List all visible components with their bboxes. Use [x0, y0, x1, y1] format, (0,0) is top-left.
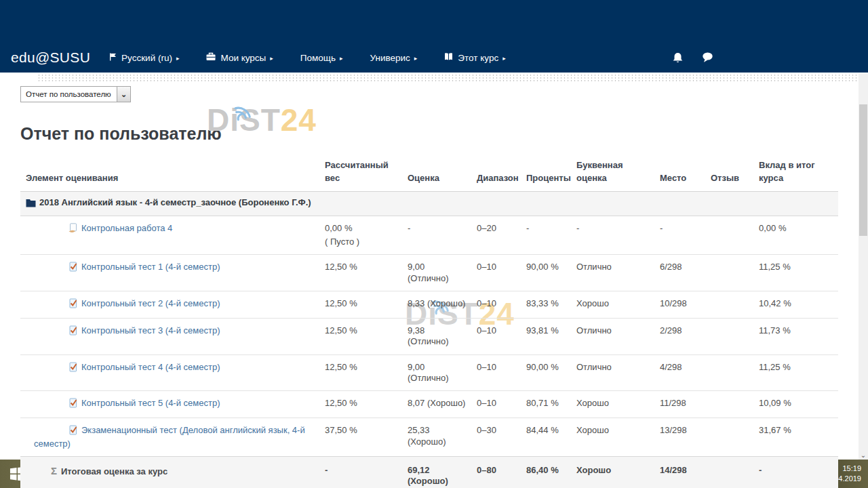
nav-item-help[interactable]: Помощь ▸ [300, 53, 343, 63]
table-row: Экзаменационный тест (Деловой английский… [20, 418, 838, 457]
sigma-icon: Σ [51, 465, 57, 478]
quiz-icon [51, 362, 78, 375]
grade-value: 8,33 (Хорошо) [402, 291, 471, 318]
table-row: Контрольный тест 4 (4-й семестр) 12,50 %… [20, 354, 838, 391]
contribution-value: 11,25 % [753, 255, 838, 291]
range-value: 0–10 [471, 319, 521, 355]
course-total-label: Итоговая оценка за курс [61, 466, 167, 476]
assignment-icon [51, 223, 78, 236]
vertical-scrollbar[interactable]: ⌄ [859, 73, 868, 460]
nav-item-univeris[interactable]: Универис ▸ [370, 53, 418, 63]
notifications-bell-icon[interactable] [673, 52, 683, 64]
grade-item-link[interactable]: Контрольный тест 4 (4-й семестр) [81, 362, 220, 372]
wifi-signal-icon [233, 93, 257, 129]
quiz-icon [51, 425, 78, 438]
grade-value: - [402, 216, 471, 255]
rank-value: 4/298 [654, 354, 705, 391]
letter-value: Хорошо [571, 456, 654, 488]
weight-note: ( Пусто ) [325, 237, 397, 247]
percent-value: - [521, 216, 571, 255]
grade-value: 69,12 (Хорошо) [402, 456, 471, 488]
grade-item-link[interactable]: Контрольный тест 5 (4-й семестр) [81, 398, 220, 408]
col-header-rank: Место [654, 152, 705, 191]
caret-right-icon: ▸ [270, 55, 273, 62]
col-header-weight: Рассчитанный вес [319, 152, 402, 191]
nav-item-language[interactable]: Русский (ru) ▸ [109, 53, 179, 63]
percent-value: 90,00 % [521, 354, 571, 391]
col-header-grade: Оценка [402, 152, 471, 191]
contribution-value: 10,42 % [753, 291, 838, 318]
dist24-watermark: DiST24 [207, 102, 317, 138]
watermark-text-orange: 24 [281, 102, 317, 138]
feedback-value [705, 291, 753, 318]
course-total-row: ΣИтоговая оценка за курс - 69,12 (Хорошо… [20, 456, 838, 488]
feedback-value [705, 391, 753, 418]
col-header-percentage: Проценты [521, 152, 571, 191]
feedback-value [705, 255, 753, 291]
grade-item-link[interactable]: Контрольный тест 1 (4-й семестр) [81, 262, 220, 272]
letter-value: Отлично [571, 354, 654, 391]
caret-right-icon: ▸ [502, 55, 506, 62]
letter-value: Хорошо [571, 291, 654, 318]
range-value: 0–20 [471, 216, 521, 255]
folder-icon [26, 199, 36, 210]
range-value: 0–80 [471, 456, 521, 488]
feedback-value [705, 216, 753, 255]
report-type-select-value: Отчет по пользователю [21, 87, 117, 102]
grade-value: 9,00 (Отлично) [402, 255, 471, 291]
col-header-feedback: Отзыв [705, 152, 753, 191]
range-value: 0–10 [471, 391, 521, 418]
quiz-icon [51, 398, 78, 411]
category-row: 2018 Английский язык - 4-й семестр_заочн… [20, 191, 838, 216]
col-header-letter: Буквенная оценка [571, 152, 654, 191]
scrollbar-thumb[interactable] [859, 104, 867, 236]
weight-value: 0,00 % [325, 223, 397, 234]
quiz-icon [51, 262, 78, 274]
range-value: 0–30 [471, 418, 521, 457]
table-row: Контрольный тест 5 (4-й семестр) 12,50 %… [20, 391, 838, 418]
grade-value: 25,33 (Хорошо) [402, 418, 471, 457]
col-header-grade-item: Элемент оценивания [20, 152, 319, 191]
rank-value: - [654, 216, 705, 255]
screen: edu@SUSU Русский (ru) ▸ Мои курсы ▸ Помо… [0, 0, 868, 488]
table-row: Контрольный тест 1 (4-й семестр) 12,50 %… [20, 255, 838, 291]
letter-value: Отлично [571, 319, 654, 355]
grade-item-link[interactable]: Контрольный тест 3 (4-й семестр) [81, 325, 220, 336]
grade-item-link[interactable]: Контрольная работа 4 [81, 223, 172, 233]
flag-icon [109, 53, 117, 63]
messages-chat-icon[interactable] [702, 52, 713, 63]
quiz-icon [51, 298, 78, 311]
letter-value: Отлично [571, 255, 654, 291]
briefcase-icon [206, 52, 216, 63]
col-header-range: Диапазон [471, 152, 521, 191]
rank-value: 11/298 [654, 391, 705, 418]
nav-item-my-courses[interactable]: Мои курсы ▸ [206, 52, 273, 63]
percent-value: 86,40 % [521, 456, 571, 488]
nav-item-label: Универис [370, 53, 410, 63]
weight-value: 12,50 % [319, 391, 402, 418]
nav-item-this-course[interactable]: Этот курс ▸ [444, 52, 505, 63]
grade-value: 8,07 (Хорошо) [402, 391, 471, 418]
nav-item-label: Русский (ru) [121, 53, 172, 63]
col-header-contribution: Вклад в итог курса [753, 152, 838, 191]
chevron-down-icon[interactable]: ⌄ [117, 87, 130, 102]
table-row: Контрольный тест 3 (4-й семестр) 12,50 %… [20, 319, 838, 355]
main-navbar: edu@SUSU Русский (ru) ▸ Мои курсы ▸ Помо… [0, 46, 868, 69]
percent-value: 84,44 % [521, 418, 571, 457]
feedback-value [705, 319, 753, 355]
range-value: 0–10 [471, 255, 521, 291]
weight-value: 12,50 % [319, 319, 402, 355]
grade-value: 9,38 (Отлично) [402, 319, 471, 355]
book-icon [444, 52, 453, 63]
navbar-right-icons [673, 52, 713, 64]
site-logo[interactable]: edu@SUSU [11, 49, 90, 66]
contribution-value: 11,25 % [753, 354, 838, 391]
scrollbar-down-arrow-icon[interactable]: ⌄ [859, 452, 868, 459]
rank-value: 6/298 [654, 255, 705, 291]
weight-value: 12,50 % [319, 255, 402, 291]
grade-item-link[interactable]: Контрольный тест 2 (4-й семестр) [81, 298, 220, 308]
percent-value: 90,00 % [521, 255, 571, 291]
report-type-select[interactable]: Отчет по пользователю ⌄ [20, 86, 131, 102]
site-header: edu@SUSU Русский (ru) ▸ Мои курсы ▸ Помо… [0, 0, 868, 73]
percent-value: 80,71 % [521, 391, 571, 418]
